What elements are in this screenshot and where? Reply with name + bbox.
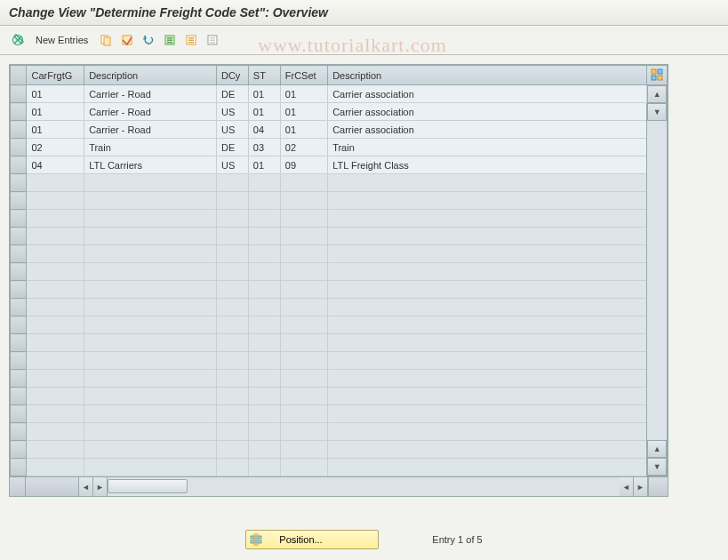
column-frcset[interactable]: FrCSet bbox=[280, 66, 327, 85]
row-selector[interactable] bbox=[11, 174, 27, 192]
cell-description2[interactable]: Carrier association bbox=[328, 103, 647, 121]
column-dcy[interactable]: DCy bbox=[216, 66, 248, 85]
hscroll-left2-icon[interactable]: ◄ bbox=[620, 477, 634, 496]
cell-st[interactable]: 01 bbox=[248, 85, 280, 103]
cell-frcset[interactable]: 01 bbox=[280, 121, 327, 139]
table-row bbox=[11, 316, 668, 334]
cell-carfrgtg[interactable]: 01 bbox=[27, 103, 84, 121]
freight-code-table: CarFrgtG Description DCy ST FrCSet Descr… bbox=[10, 65, 668, 476]
empty-cell bbox=[248, 370, 280, 388]
cell-frcset[interactable]: 09 bbox=[280, 156, 327, 174]
empty-cell bbox=[216, 210, 248, 228]
column-st[interactable]: ST bbox=[248, 66, 280, 85]
row-selector[interactable] bbox=[11, 139, 27, 156]
column-selector-header[interactable] bbox=[11, 66, 27, 85]
row-selector[interactable] bbox=[11, 334, 27, 352]
display-change-icon[interactable] bbox=[9, 31, 27, 49]
copy-as-icon[interactable] bbox=[97, 31, 115, 49]
row-selector[interactable] bbox=[11, 121, 27, 139]
deselect-all-icon[interactable] bbox=[204, 31, 221, 49]
cell-description2[interactable]: LTL Freight Class bbox=[328, 156, 647, 174]
cell-description2[interactable]: Carrier association bbox=[328, 121, 647, 139]
hscroll-left-icon[interactable]: ◄ bbox=[79, 477, 93, 496]
cell-description1[interactable]: Carrier - Road bbox=[84, 121, 217, 139]
empty-cell bbox=[280, 334, 327, 352]
empty-cell bbox=[328, 281, 647, 299]
new-entries-button[interactable]: New Entries bbox=[30, 33, 93, 47]
cell-frcset[interactable]: 01 bbox=[280, 103, 327, 121]
column-description2[interactable]: Description bbox=[328, 66, 647, 85]
cell-dcy[interactable]: DE bbox=[216, 85, 248, 103]
row-selector[interactable] bbox=[11, 423, 27, 441]
cell-carfrgtg[interactable]: 01 bbox=[27, 121, 84, 139]
column-description1[interactable]: Description bbox=[84, 66, 217, 85]
empty-cell bbox=[248, 228, 280, 245]
cell-description1[interactable]: Carrier - Road bbox=[84, 103, 217, 121]
hscroll-track[interactable] bbox=[108, 477, 364, 496]
column-carfrgtg[interactable]: CarFrgtG bbox=[27, 66, 84, 85]
cell-frcset[interactable]: 02 bbox=[280, 139, 327, 156]
row-selector[interactable] bbox=[11, 370, 27, 388]
vscroll-down-icon[interactable]: ▼ bbox=[647, 103, 667, 121]
empty-cell bbox=[248, 388, 280, 405]
cell-dcy[interactable]: US bbox=[216, 156, 248, 174]
table-settings-icon[interactable] bbox=[647, 66, 668, 85]
row-selector[interactable] bbox=[11, 441, 27, 459]
cell-description1[interactable]: Carrier - Road bbox=[84, 85, 217, 103]
row-selector[interactable] bbox=[11, 388, 27, 405]
vscroll-up2-icon[interactable]: ▲ bbox=[647, 440, 667, 458]
cell-description1[interactable]: LTL Carriers bbox=[84, 156, 217, 174]
row-selector[interactable] bbox=[11, 210, 27, 228]
row-selector[interactable] bbox=[11, 85, 27, 103]
row-selector[interactable] bbox=[11, 281, 27, 299]
empty-cell bbox=[84, 441, 217, 459]
cell-st[interactable]: 04 bbox=[248, 121, 280, 139]
empty-cell bbox=[280, 245, 327, 263]
position-button[interactable]: Position... bbox=[245, 530, 379, 549]
empty-cell bbox=[280, 228, 327, 245]
cell-description2[interactable]: Train bbox=[328, 139, 647, 156]
empty-cell bbox=[248, 459, 280, 476]
hscroll-thumb[interactable] bbox=[108, 479, 188, 493]
table-row bbox=[11, 174, 668, 192]
footer-bar: Position... Entry 1 of 5 bbox=[0, 530, 728, 549]
row-selector[interactable] bbox=[11, 156, 27, 174]
empty-cell bbox=[280, 192, 327, 210]
cell-dcy[interactable]: US bbox=[216, 121, 248, 139]
vscroll-up-icon[interactable]: ▲ bbox=[647, 85, 667, 103]
row-selector[interactable] bbox=[11, 405, 27, 423]
undo-icon[interactable] bbox=[140, 31, 157, 49]
vscroll-down2-icon[interactable]: ▼ bbox=[647, 458, 667, 476]
select-all-icon[interactable] bbox=[161, 31, 179, 49]
hscroll-right2-icon[interactable]: ► bbox=[634, 477, 648, 496]
cell-description2[interactable]: Carrier association bbox=[328, 85, 647, 103]
cell-st[interactable]: 01 bbox=[248, 156, 280, 174]
cell-frcset[interactable]: 01 bbox=[280, 85, 327, 103]
cell-carfrgtg[interactable]: 04 bbox=[27, 156, 84, 174]
select-block-icon[interactable] bbox=[182, 31, 200, 49]
row-selector[interactable] bbox=[11, 228, 27, 245]
cell-dcy[interactable]: DE bbox=[216, 139, 248, 156]
cell-dcy[interactable]: US bbox=[216, 103, 248, 121]
cell-st[interactable]: 01 bbox=[248, 103, 280, 121]
row-selector[interactable] bbox=[11, 299, 27, 316]
cell-carfrgtg[interactable]: 02 bbox=[27, 139, 84, 156]
cell-description1[interactable]: Train bbox=[84, 139, 217, 156]
empty-cell bbox=[27, 334, 84, 352]
row-selector[interactable] bbox=[11, 103, 27, 121]
row-selector[interactable] bbox=[11, 316, 27, 334]
row-selector[interactable] bbox=[11, 263, 27, 281]
row-selector[interactable] bbox=[11, 459, 27, 476]
vscroll-track[interactable] bbox=[647, 121, 667, 440]
hscroll-right-icon[interactable]: ► bbox=[93, 477, 108, 496]
cell-st[interactable]: 03 bbox=[248, 139, 280, 156]
row-selector[interactable] bbox=[11, 192, 27, 210]
cell-carfrgtg[interactable]: 01 bbox=[27, 85, 84, 103]
delete-icon[interactable] bbox=[118, 31, 136, 49]
row-selector[interactable] bbox=[11, 245, 27, 263]
row-selector[interactable] bbox=[11, 352, 27, 370]
empty-cell bbox=[216, 441, 248, 459]
empty-cell bbox=[84, 192, 217, 210]
table-row bbox=[11, 263, 668, 281]
empty-cell bbox=[27, 388, 84, 405]
